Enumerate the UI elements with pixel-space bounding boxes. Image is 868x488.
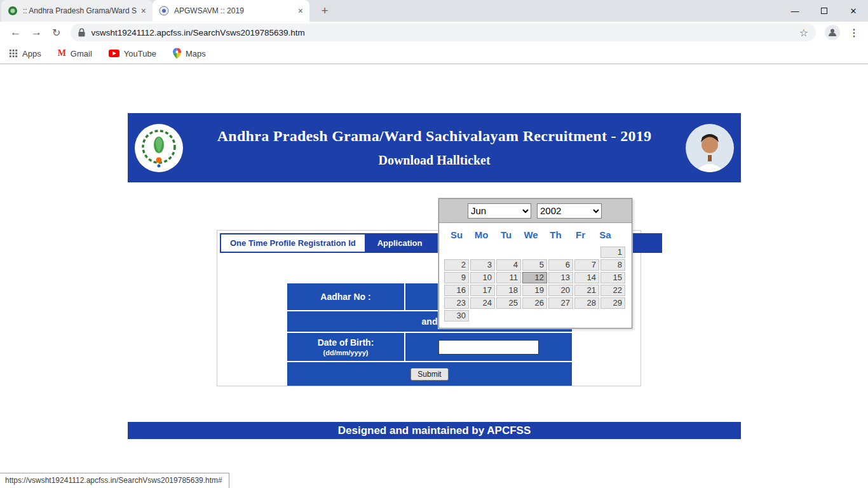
header-text-block: Andhra Pradesh Grama/Ward Sachivalayam R…: [184, 128, 685, 168]
bookmark-label: Apps: [22, 49, 41, 58]
youtube-icon: [109, 50, 119, 57]
calendar-empty-cell: [574, 247, 599, 258]
calendar-empty-cell: [548, 247, 573, 258]
official-photo: [685, 123, 735, 173]
submit-row: Submit: [287, 362, 572, 386]
year-select[interactable]: 2002: [537, 203, 602, 219]
calendar-day-6[interactable]: 6: [548, 259, 573, 271]
tab-application[interactable]: Application: [369, 234, 431, 252]
calendar-day-15[interactable]: 15: [600, 272, 625, 283]
window-controls: — ✕: [780, 0, 868, 22]
calendar-day-2[interactable]: 2: [444, 259, 469, 271]
page-title: Andhra Pradesh Grama/Ward Sachivalayam R…: [184, 128, 685, 145]
calendar-day-header: Sa: [593, 229, 618, 240]
bookmark-apps[interactable]: Apps: [9, 49, 41, 58]
calendar-day-23[interactable]: 23: [444, 297, 469, 309]
browser-tab-1[interactable]: :: Andhra Pradesh Grama/Ward S ×: [1, 0, 153, 22]
maps-pin-icon: [173, 48, 181, 59]
calendar-day-header: Tu: [494, 229, 519, 240]
new-tab-button[interactable]: +: [316, 3, 333, 19]
calendar-day-16[interactable]: 16: [444, 285, 469, 296]
dob-label: Date of Birth: (dd/mm/yyyy): [287, 333, 405, 361]
forward-icon[interactable]: →: [31, 26, 42, 39]
submit-button[interactable]: Submit: [410, 368, 448, 381]
calendar-day-24[interactable]: 24: [470, 297, 495, 309]
menu-kebab-icon[interactable]: ⋮: [849, 27, 859, 39]
calendar-empty-cell: [470, 247, 495, 258]
calendar-day-20[interactable]: 20: [548, 285, 573, 296]
dob-format-hint: (dd/mm/yyyy): [323, 349, 369, 356]
calendar-day-7[interactable]: 7: [574, 259, 599, 271]
tab-close-icon[interactable]: ×: [298, 6, 303, 15]
close-window-button[interactable]: ✕: [839, 0, 868, 22]
calendar-day-27[interactable]: 27: [548, 297, 573, 309]
calendar-day-14[interactable]: 14: [574, 272, 599, 283]
bookmark-gmail[interactable]: M Gmail: [58, 48, 92, 58]
reload-icon[interactable]: ↻: [52, 27, 60, 39]
calendar-day-28[interactable]: 28: [574, 297, 599, 309]
bookmark-label: Gmail: [71, 49, 92, 58]
dob-label-text: Date of Birth:: [318, 337, 374, 348]
calendar-day-19[interactable]: 19: [522, 285, 547, 296]
calendar-day-header: Fr: [568, 229, 593, 240]
bookmark-label: Maps: [186, 49, 206, 58]
dob-input[interactable]: [438, 340, 539, 355]
page-subtitle: Download Hallticket: [184, 153, 685, 168]
calendar-day-22[interactable]: 22: [600, 285, 625, 296]
calendar-day-headers: SuMoTuWeThFrSa: [439, 223, 632, 241]
calendar-empty-cell: [548, 310, 573, 322]
calendar-day-1[interactable]: 1: [600, 247, 625, 258]
calendar-day-9[interactable]: 9: [444, 272, 469, 283]
url-bar[interactable]: vswsht19241112.apcfss.in/SearchVsws20197…: [71, 24, 816, 41]
bookmark-maps[interactable]: Maps: [173, 48, 206, 59]
calendar-empty-cell: [522, 310, 547, 322]
calendar-grid: 1234567891011121314151617181920212223242…: [439, 241, 632, 328]
tab-otpr-id[interactable]: One Time Profile Registration Id: [221, 234, 365, 252]
tab-strip: :: Andhra Pradesh Grama/Ward S × APGWSAV…: [0, 0, 868, 22]
calendar-day-25[interactable]: 25: [496, 297, 521, 309]
status-bar: https://vswsht19241112.apcfss.in/SearchV…: [0, 473, 229, 488]
calendar-day-8[interactable]: 8: [600, 259, 625, 271]
calendar-day-4[interactable]: 4: [496, 259, 521, 271]
calendar-empty-cell: [574, 310, 599, 322]
dob-row: Date of Birth: (dd/mm/yyyy): [287, 333, 572, 361]
calendar-day-header: Th: [543, 229, 568, 240]
calendar-day-header: Mo: [469, 229, 494, 240]
calendar-day-21[interactable]: 21: [574, 285, 599, 296]
calendar-header: Jun 2002: [439, 199, 632, 223]
aadhar-label: Aadhar No :: [287, 283, 405, 310]
calendar-day-10[interactable]: 10: [470, 272, 495, 283]
tab-close-icon[interactable]: ×: [141, 6, 146, 15]
calendar-day-11[interactable]: 11: [496, 272, 521, 283]
calendar-empty-cell: [600, 310, 625, 322]
bookmark-youtube[interactable]: YouTube: [109, 49, 156, 58]
calendar-day-18[interactable]: 18: [496, 285, 521, 296]
navigation-bar: ← → ↻ vswsht19241112.apcfss.in/SearchVsw…: [0, 22, 868, 43]
site-footer: Designed and maintained by APCFSS: [128, 422, 741, 439]
calendar-day-30[interactable]: 30: [444, 310, 469, 322]
minimize-button[interactable]: —: [780, 0, 810, 22]
calendar-day-26[interactable]: 26: [522, 297, 547, 309]
apps-grid-icon: [9, 49, 18, 58]
calendar-day-5[interactable]: 5: [522, 259, 547, 271]
bookmark-star-icon[interactable]: ☆: [799, 27, 808, 39]
tab2-favicon-icon: [159, 6, 169, 16]
gmail-icon: M: [58, 48, 66, 58]
maximize-icon: [821, 8, 827, 14]
back-icon[interactable]: ←: [10, 26, 21, 39]
profile-avatar[interactable]: [825, 25, 840, 40]
calendar-empty-cell: [444, 247, 469, 258]
bookmark-label: YouTube: [124, 49, 156, 58]
calendar-day-3[interactable]: 3: [470, 259, 495, 271]
browser-tab-2[interactable]: APGWSAVM :: 2019 ×: [153, 0, 309, 22]
calendar-day-17[interactable]: 17: [470, 285, 495, 296]
calendar-empty-cell: [496, 310, 521, 322]
month-select[interactable]: Jun: [468, 203, 531, 219]
tab-title: :: Andhra Pradesh Grama/Ward S: [23, 6, 137, 15]
calendar-day-header: Su: [444, 229, 469, 240]
maximize-button[interactable]: [810, 0, 839, 22]
tab-title: APGWSAVM :: 2019: [174, 6, 294, 15]
calendar-day-12[interactable]: 12: [522, 272, 547, 283]
calendar-day-29[interactable]: 29: [600, 297, 625, 309]
calendar-day-13[interactable]: 13: [548, 272, 573, 283]
